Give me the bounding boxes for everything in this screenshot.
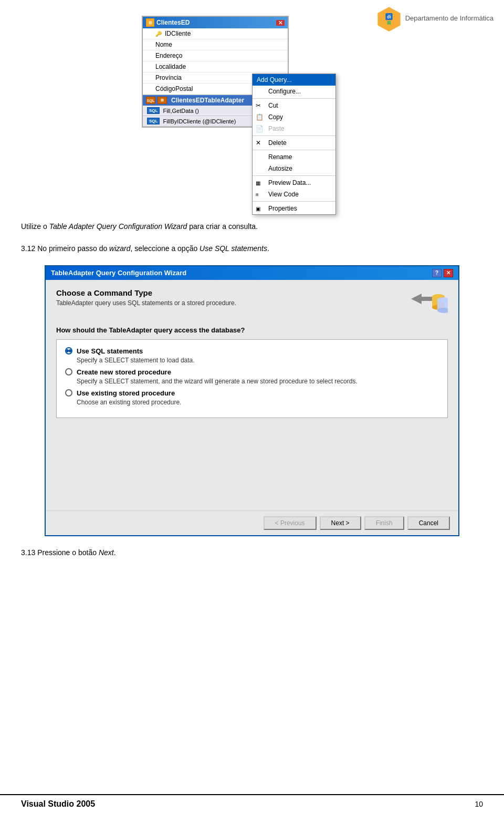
body-paragraph-1: Utilize o Table Adapter Query Configurat… xyxy=(21,221,483,232)
copy-icon: 📋 xyxy=(256,113,264,121)
option-new-stored-proc[interactable]: Create new stored procedure Specify a SE… xyxy=(65,368,439,385)
wizard-help-button[interactable]: ? xyxy=(432,269,442,277)
field-name: Endereço xyxy=(155,52,182,59)
wizard-header-icon xyxy=(406,288,448,320)
wizard-title-bar: TableAdapter Query Configuration Wizard … xyxy=(46,266,458,280)
field-name: Província xyxy=(155,74,182,81)
delete-icon: ✕ xyxy=(256,139,261,147)
option-existing-stored-proc[interactable]: Use existing stored procedure Choose an … xyxy=(65,389,439,406)
menu-item-label: Rename xyxy=(268,153,292,161)
body-text-wizard-name: Table Adapter Query Configuration Wizard xyxy=(49,222,187,231)
menu-rename[interactable]: Rename xyxy=(253,151,335,163)
logo-area: di Departamento de Informática xyxy=(376,5,494,32)
option-sql-statements[interactable]: Use SQL statements Specify a SELECT stat… xyxy=(65,347,439,364)
sql-badge-2: SQL xyxy=(147,118,160,124)
menu-cut[interactable]: ✂ Cut xyxy=(253,100,335,111)
field-name: CódigoPostal xyxy=(155,85,193,92)
next-button[interactable]: Next > xyxy=(320,516,361,530)
adapter-icon: SQL xyxy=(146,97,155,104)
radio-circle-new-proc xyxy=(65,368,72,376)
main-content: ⊞ ClientesED ✕ 🔑 IDCliente Nome Endereço xyxy=(0,0,504,579)
wizard-header-section: Choose a Command Type TableAdapter query… xyxy=(56,288,448,320)
cut-icon: ✂ xyxy=(256,102,261,109)
step-313-text: 3.13 Pressione o botão Next. xyxy=(21,547,483,558)
wizard-header-text: Choose a Command Type TableAdapter query… xyxy=(56,288,236,307)
wizard-header-title: Choose a Command Type xyxy=(56,288,236,297)
radio-label-existing-proc: Use existing stored procedure xyxy=(65,389,439,397)
separator-1 xyxy=(253,98,335,99)
field-name: IDCliente xyxy=(165,30,191,37)
adapter-icon2: ⊞ xyxy=(158,97,167,104)
svg-rect-2 xyxy=(387,21,391,25)
separator-5 xyxy=(253,201,335,202)
page-footer: Visual Studio 2005 10 xyxy=(0,794,504,813)
step-312-italic: wizard xyxy=(109,244,130,253)
method-name-1: Fill,GetData () xyxy=(163,108,198,114)
dataset-close-btn[interactable]: ✕ xyxy=(276,20,285,26)
sql-badge-1: SQL xyxy=(147,107,160,114)
footer-title: Visual Studio 2005 xyxy=(21,799,95,809)
separator-4 xyxy=(253,175,335,176)
field-name: Localidade xyxy=(155,63,186,70)
option-existing-proc-label: Use existing stored procedure xyxy=(77,389,175,397)
option-new-proc-label: Create new stored procedure xyxy=(77,368,171,376)
body-text-intro: Utilize o xyxy=(21,222,49,231)
key-icon: 🔑 xyxy=(155,31,162,37)
finish-button[interactable]: Finish xyxy=(364,516,404,530)
radio-label-new-proc: Create new stored procedure xyxy=(65,368,439,376)
menu-preview-data[interactable]: ▦ Preview Data... xyxy=(253,177,335,189)
context-menu: Add Query... Configure... ✂ Cut 📋 Copy 📄… xyxy=(252,74,336,215)
menu-copy[interactable]: 📋 Copy xyxy=(253,111,335,123)
dataset-title-text: ClientesED xyxy=(156,19,190,26)
dataset-title-bar: ⊞ ClientesED ✕ xyxy=(143,17,288,28)
step-312-text: 3.12 No primeiro passo do wizard, selecc… xyxy=(21,243,483,254)
wizard-close-button[interactable]: ✕ xyxy=(444,269,453,277)
field-endereco: Endereço xyxy=(143,50,288,61)
wizard-body: Choose a Command Type TableAdapter query… xyxy=(46,280,458,510)
wizard-db-icon xyxy=(406,288,448,320)
step-312-end: . xyxy=(267,244,269,253)
field-idcliente: 🔑 IDCliente xyxy=(143,28,288,39)
step-312-option: Use SQL statements xyxy=(200,244,267,253)
menu-item-label: Preview Data... xyxy=(268,179,311,186)
body-text-rest: para criar a consulta. xyxy=(187,222,258,231)
step-313-label: 3.13 Pressione o botão xyxy=(21,548,99,557)
menu-delete[interactable]: ✕ Delete xyxy=(253,137,335,149)
field-nome: Nome xyxy=(143,39,288,50)
radio-label-sql: Use SQL statements xyxy=(65,347,439,355)
separator-3 xyxy=(253,150,335,150)
menu-item-label: Properties xyxy=(268,205,297,212)
menu-item-label: Autosize xyxy=(268,165,292,172)
menu-autosize[interactable]: Autosize xyxy=(253,163,335,174)
menu-properties[interactable]: ▣ Properties xyxy=(253,203,335,214)
option-sql-label: Use SQL statements xyxy=(77,347,143,355)
ds-wrapper: ⊞ ClientesED ✕ 🔑 IDCliente Nome Endereço xyxy=(121,16,383,210)
previous-button[interactable]: < Previous xyxy=(264,516,317,530)
step-313-end: . xyxy=(114,548,116,557)
wizard-title-buttons: ? ✕ xyxy=(432,269,453,277)
adapter-name: ClientesEDTableAdapter xyxy=(171,97,244,104)
wizard-title-text: TableAdapter Query Configuration Wizard xyxy=(51,269,186,277)
svg-marker-4 xyxy=(411,294,432,304)
menu-paste[interactable]: 📄 Paste xyxy=(253,123,335,134)
menu-configure[interactable]: Configure... xyxy=(253,86,335,97)
option-existing-proc-desc: Choose an existing stored procedure. xyxy=(77,399,439,406)
wizard-spacer xyxy=(56,418,448,502)
cancel-button[interactable]: Cancel xyxy=(407,516,450,530)
dataset-table-icon: ⊞ xyxy=(146,18,154,27)
menu-item-label: Cut xyxy=(268,102,278,109)
preview-icon: ▦ xyxy=(256,180,260,186)
field-name: Nome xyxy=(155,41,172,48)
wizard-footer: < Previous Next > Finish Cancel xyxy=(46,510,458,535)
menu-item-label: Delete xyxy=(268,139,287,147)
menu-item-label: View Code xyxy=(268,191,299,198)
wizard-question: How should the TableAdapter query access… xyxy=(56,326,448,334)
radio-circle-existing-proc xyxy=(65,389,72,397)
menu-add-query[interactable]: Add Query... xyxy=(253,74,335,86)
menu-item-label: Copy xyxy=(268,113,283,121)
menu-view-code[interactable]: ≡ View Code xyxy=(253,189,335,200)
option-sql-desc: Specify a SELECT statement to load data. xyxy=(77,357,439,364)
wizard-dialog: TableAdapter Query Configuration Wizard … xyxy=(45,265,459,536)
menu-item-label: Paste xyxy=(268,125,285,132)
radio-circle-sql xyxy=(65,347,72,355)
